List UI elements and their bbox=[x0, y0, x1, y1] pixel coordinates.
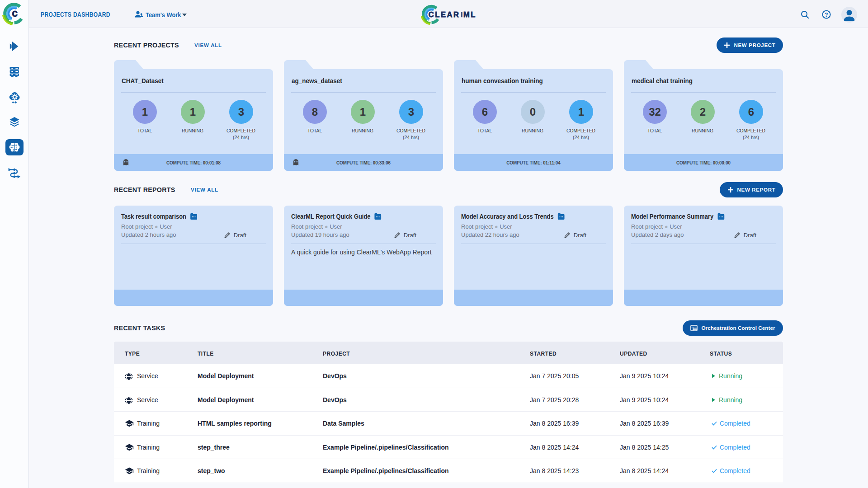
svg-text:c: c bbox=[12, 7, 18, 19]
svg-text:CLEAR: CLEAR bbox=[429, 10, 460, 19]
svg-text:ML: ML bbox=[463, 10, 476, 19]
svg-text:?: ? bbox=[825, 12, 828, 18]
